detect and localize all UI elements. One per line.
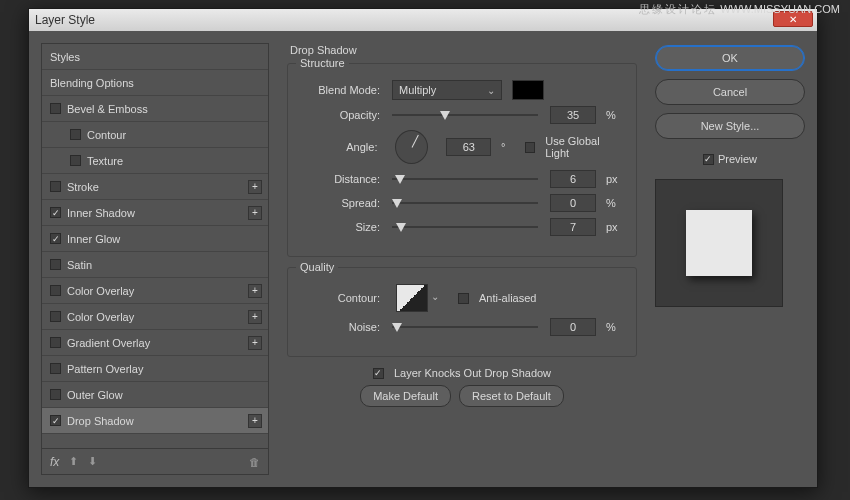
checkbox[interactable] [70,129,81,140]
spread-slider[interactable] [392,196,538,210]
checkbox[interactable] [50,311,61,322]
sidebar-heading-blending[interactable]: Blending Options [42,70,268,96]
sidebar-heading-styles[interactable]: Styles [42,44,268,70]
contour-label: Contour: [300,292,386,304]
structure-heading: Structure [296,57,349,69]
knocks-out-label: Layer Knocks Out Drop Shadow [394,367,551,379]
angle-input[interactable]: 63 [446,138,491,156]
use-global-light-label: Use Global Light [545,135,624,159]
shadow-color-swatch[interactable] [512,80,544,100]
spread-label: Spread: [300,197,386,209]
dialog-title: Layer Style [35,13,95,27]
anti-aliased-checkbox[interactable] [458,293,469,304]
cancel-button[interactable]: Cancel [655,79,805,105]
anti-aliased-label: Anti-aliased [479,292,536,304]
checkbox[interactable] [50,103,61,114]
use-global-light-checkbox[interactable] [525,142,536,153]
noise-label: Noise: [300,321,386,333]
add-icon[interactable]: + [248,180,262,194]
add-icon[interactable]: + [248,310,262,324]
angle-control[interactable] [395,130,428,164]
noise-input[interactable]: 0 [550,318,596,336]
preview-checkbox[interactable] [703,154,714,165]
spread-input[interactable]: 0 [550,194,596,212]
sidebar-item-drop-shadow[interactable]: Drop Shadow+ [42,408,268,434]
effects-sidebar: Styles Blending Options Bevel & Emboss C… [41,43,269,475]
checkbox[interactable] [50,415,61,426]
checkbox[interactable] [50,337,61,348]
sidebar-item-inner-shadow[interactable]: Inner Shadow+ [42,200,268,226]
blend-mode-select[interactable]: Multiply [392,80,502,100]
opacity-label: Opacity: [300,109,386,121]
reset-default-button[interactable]: Reset to Default [459,385,564,407]
move-up-icon[interactable]: ⬆ [69,455,78,468]
fx-menu[interactable]: fx [50,455,59,469]
sidebar-item-bevel-emboss[interactable]: Bevel & Emboss [42,96,268,122]
blend-mode-label: Blend Mode: [300,84,386,96]
watermark: 思缘设计论坛 WWW.MISSYUAN.COM [639,2,840,17]
sidebar-item-satin[interactable]: Satin [42,252,268,278]
new-style-button[interactable]: New Style... [655,113,805,139]
layer-style-dialog: Layer Style ✕ Styles Blending Options Be… [28,8,818,488]
quality-heading: Quality [296,261,338,273]
panel-title: Drop Shadow [290,44,357,56]
distance-slider[interactable] [392,172,538,186]
dialog-buttons: OK Cancel New Style... Preview [655,43,805,475]
size-input[interactable]: 7 [550,218,596,236]
opacity-slider[interactable] [392,108,538,122]
settings-panel: Drop Shadow Structure Blend Mode: Multip… [279,43,645,475]
knocks-out-checkbox[interactable] [373,368,384,379]
size-label: Size: [300,221,386,233]
angle-label: Angle: [300,141,383,153]
preview-label: Preview [718,153,757,165]
checkbox[interactable] [70,155,81,166]
checkbox[interactable] [50,389,61,400]
sidebar-item-pattern-overlay[interactable]: Pattern Overlay [42,356,268,382]
distance-label: Distance: [300,173,386,185]
sidebar-item-contour[interactable]: Contour [42,122,268,148]
sidebar-item-inner-glow[interactable]: Inner Glow [42,226,268,252]
sidebar-item-color-overlay-1[interactable]: Color Overlay+ [42,278,268,304]
make-default-button[interactable]: Make Default [360,385,451,407]
opacity-input[interactable]: 35 [550,106,596,124]
distance-input[interactable]: 6 [550,170,596,188]
noise-slider[interactable] [392,320,538,334]
checkbox[interactable] [50,259,61,270]
ok-button[interactable]: OK [655,45,805,71]
checkbox[interactable] [50,233,61,244]
sidebar-item-color-overlay-2[interactable]: Color Overlay+ [42,304,268,330]
contour-picker[interactable] [396,284,428,312]
add-icon[interactable]: + [248,336,262,350]
checkbox[interactable] [50,363,61,374]
sidebar-footer: fx ⬆ ⬇ 🗑 [41,449,269,475]
trash-icon[interactable]: 🗑 [249,456,260,468]
checkbox[interactable] [50,207,61,218]
sidebar-item-outer-glow[interactable]: Outer Glow [42,382,268,408]
checkbox[interactable] [50,285,61,296]
add-icon[interactable]: + [248,206,262,220]
add-icon[interactable]: + [248,284,262,298]
add-icon[interactable]: + [248,414,262,428]
preview-thumbnail [655,179,783,307]
checkbox[interactable] [50,181,61,192]
sidebar-item-gradient-overlay[interactable]: Gradient Overlay+ [42,330,268,356]
size-slider[interactable] [392,220,538,234]
sidebar-item-texture[interactable]: Texture [42,148,268,174]
sidebar-item-stroke[interactable]: Stroke+ [42,174,268,200]
move-down-icon[interactable]: ⬇ [88,455,97,468]
